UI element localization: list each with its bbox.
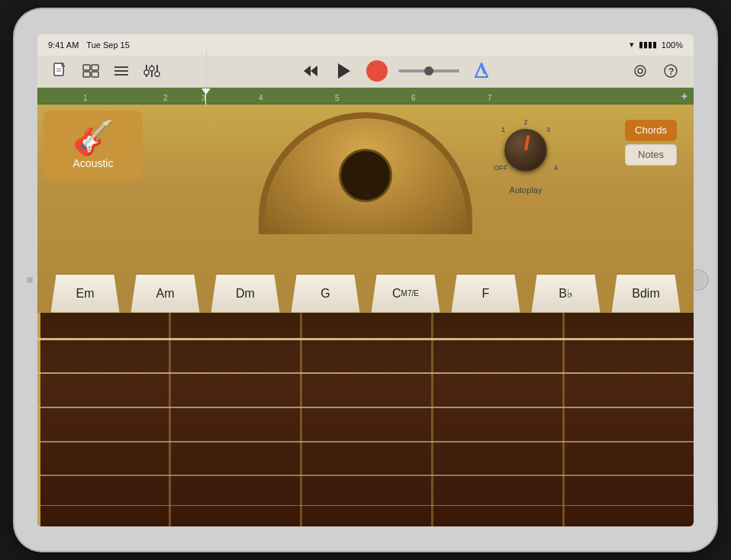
chords-notes-toggle: Chords Notes (625, 120, 677, 166)
svg-rect-4 (92, 65, 98, 70)
svg-point-22 (638, 69, 642, 73)
fret-nut (37, 313, 40, 526)
svg-point-21 (635, 66, 646, 76)
ruler-mark-7: 7 (488, 94, 492, 102)
toolbar-center (173, 60, 619, 82)
wifi-icon: ▾ (630, 40, 634, 50)
svg-text:?: ? (668, 66, 674, 77)
ruler-mark-5: 5 (335, 94, 340, 102)
playhead-triangle (201, 89, 211, 95)
guitar-soundhole (339, 149, 392, 202)
string-1 (37, 338, 694, 340)
autoplay-label-2: 2 (523, 118, 527, 126)
instrument-panel: 🎸 Acoustic (43, 111, 143, 179)
autoplay-label-1: 1 (501, 126, 505, 134)
ruler-mark-2: 2 (163, 94, 168, 102)
string-5 (37, 475, 694, 476)
toolbar-right: ? (630, 63, 681, 79)
mixer-button[interactable] (141, 63, 163, 79)
guitar-body (259, 112, 472, 234)
timeline: 1 2 3 4 5 6 7 + (37, 88, 694, 105)
status-right: ▾ ▮▮▮▮ 100% (630, 40, 683, 50)
fret-divider-2 (300, 313, 302, 526)
new-button[interactable] (50, 63, 71, 79)
svg-marker-17 (304, 66, 311, 76)
autoplay-label-4: 4 (554, 164, 558, 172)
status-time: 9:41 AM (48, 40, 79, 50)
fret-divider-4 (562, 313, 565, 526)
autoplay-area: OFF 1 2 3 4 Autoplay (495, 120, 556, 195)
fret-divider-3 (431, 313, 433, 526)
toolbar-left (50, 63, 163, 79)
add-track-button[interactable]: + (681, 90, 688, 102)
playhead-connector (206, 50, 207, 88)
guitar-arch (259, 112, 472, 234)
battery-icon: ▮▮▮▮ (639, 40, 657, 50)
chord-button-G[interactable]: G (291, 275, 360, 313)
chord-button-Am[interactable]: Am (131, 275, 200, 313)
ruler-mark-1: 1 (83, 94, 88, 102)
autoplay-label-3: 3 (546, 126, 550, 134)
string-2 (37, 372, 694, 375)
chord-row: EmAmDmGCM7/EFB♭Bdim (37, 271, 694, 313)
main-content: 🎸 Acoustic OFF 1 2 3 4 (37, 105, 694, 526)
ruler-mark-6: 6 (411, 94, 416, 102)
svg-rect-3 (83, 65, 90, 70)
side-button (27, 277, 33, 283)
svg-rect-6 (92, 72, 98, 77)
toolbar: ? (37, 56, 694, 88)
string-3 (37, 407, 694, 408)
chord-button-Em[interactable]: Em (51, 275, 120, 313)
svg-marker-19 (475, 63, 488, 77)
status-date: Tue Sep 15 (86, 40, 129, 50)
instrument-icon: 🎸 (72, 121, 114, 154)
chord-button-C[interactable]: CM7/E (372, 275, 440, 313)
ruler-mark-4: 4 (259, 94, 263, 102)
volume-slider[interactable] (398, 69, 459, 72)
svg-rect-5 (83, 72, 90, 77)
autoplay-label-off: OFF (494, 164, 507, 172)
record-button[interactable] (366, 60, 388, 82)
fret-lines (37, 313, 694, 526)
autoplay-knob-container: OFF 1 2 3 4 (495, 120, 556, 181)
chord-button-B[interactable]: B♭ (532, 275, 601, 313)
autoplay-knob[interactable] (504, 129, 547, 172)
string-6 (37, 505, 694, 507)
play-button[interactable] (333, 60, 356, 82)
rewind-button[interactable] (299, 60, 322, 82)
help-button[interactable]: ? (660, 63, 681, 79)
svg-marker-18 (338, 63, 350, 79)
chord-button-F[interactable]: F (452, 275, 520, 313)
settings-button[interactable] (630, 63, 651, 79)
chord-button-Dm[interactable]: Dm (211, 275, 280, 313)
svg-point-13 (150, 66, 154, 71)
playhead-line (205, 88, 206, 105)
instrument-name: Acoustic (73, 157, 114, 169)
svg-point-15 (155, 72, 159, 76)
volume-knob[interactable] (424, 66, 433, 76)
fretboard (37, 313, 694, 526)
metronome-button[interactable] (470, 60, 493, 82)
fret-divider-1 (169, 313, 171, 526)
svg-marker-16 (311, 66, 317, 76)
string-4 (37, 441, 694, 443)
tracks-button[interactable] (111, 63, 132, 79)
notes-button[interactable]: Notes (625, 144, 677, 166)
status-left: 9:41 AM Tue Sep 15 (48, 40, 130, 50)
chord-button-Bdim[interactable]: Bdim (612, 275, 681, 313)
svg-point-11 (144, 70, 149, 75)
screen: 9:41 AM Tue Sep 15 ▾ ▮▮▮▮ 100% (37, 34, 694, 526)
ipad-frame: 9:41 AM Tue Sep 15 ▾ ▮▮▮▮ 100% (14, 9, 717, 551)
battery-label: 100% (662, 40, 683, 50)
autoplay-label: Autoplay (510, 185, 543, 195)
view-toggle-button[interactable] (80, 63, 101, 79)
chords-button[interactable]: Chords (625, 120, 677, 141)
status-bar: 9:41 AM Tue Sep 15 ▾ ▮▮▮▮ 100% (37, 34, 694, 56)
